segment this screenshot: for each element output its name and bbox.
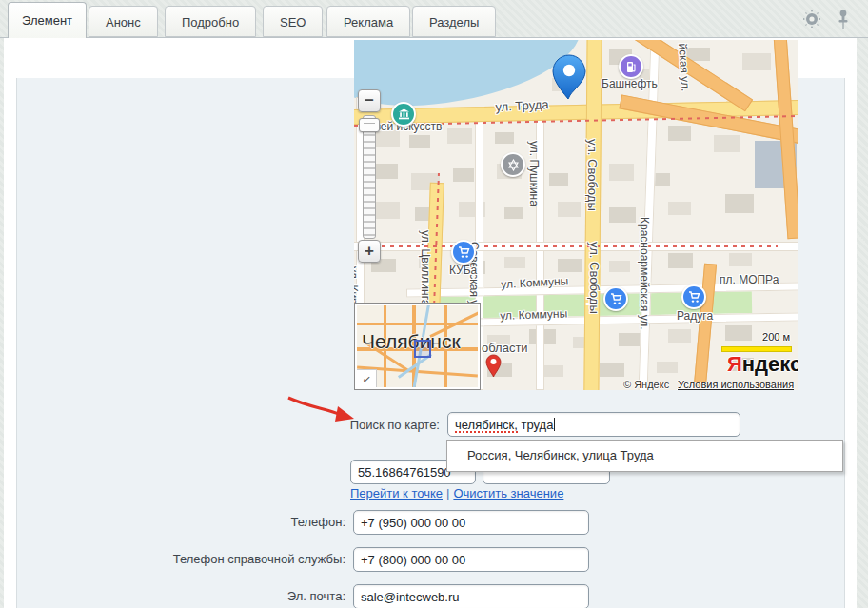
- map-text-label: Радуга: [677, 309, 713, 323]
- search-value-rest: труда: [518, 418, 554, 432]
- email-label: Эл. почта:: [155, 589, 345, 603]
- map-text-label: Башнефть: [602, 77, 658, 90]
- cart-poi-icon[interactable]: [603, 286, 628, 311]
- map-text-label: Красноармейская ул.: [638, 217, 651, 330]
- road-lower-right: [693, 264, 717, 390]
- tab-reklama[interactable]: Реклама: [326, 6, 410, 37]
- minimap[interactable]: Челябинск ↙: [354, 303, 481, 390]
- email-input[interactable]: [353, 584, 589, 608]
- clear-value-link[interactable]: Очистить значение: [453, 486, 563, 500]
- zoom-slider-track[interactable]: [363, 115, 376, 239]
- map-text-label: ул. Свободы: [587, 242, 602, 314]
- map-links: Перейти к точке|Очистить значение: [350, 486, 563, 500]
- blue-placemark-icon[interactable]: [549, 53, 589, 105]
- map-text-label: ул. Цвиллинга: [419, 230, 432, 305]
- phone-label: Телефон:: [155, 515, 345, 529]
- search-value-misspelled: челябинск,: [455, 418, 518, 433]
- search-suggest-item[interactable]: Россия, Челябинск, улица Труда: [447, 441, 842, 471]
- text-caret: [554, 418, 555, 431]
- annotation-arrow-icon: [286, 395, 358, 431]
- cart-poi-icon[interactable]: [451, 240, 476, 265]
- map-search-input[interactable]: челябинск, труда: [447, 412, 740, 437]
- red-placemark-icon: [485, 354, 502, 382]
- map-text-label: ул. Труда: [495, 97, 549, 114]
- support-phone-input[interactable]: [353, 547, 589, 572]
- map-text-label: пл. МОПРа: [720, 273, 779, 286]
- tram-line-mid: [373, 245, 778, 247]
- scale-label: 200 м: [721, 331, 790, 343]
- terms-link[interactable]: Условия использования: [678, 379, 794, 390]
- zoom-in-button[interactable]: +: [358, 240, 381, 263]
- tab-podrobno[interactable]: Подробно: [165, 6, 256, 37]
- yandex-map[interactable]: ул. ТрудаБашнефтьмузей искусствул. Пушки…: [354, 40, 798, 390]
- road-krasnoarmeyskaya: [638, 40, 660, 390]
- tab-anons[interactable]: Анонс: [89, 6, 158, 37]
- gear-icon[interactable]: [802, 10, 821, 29]
- tab-bar: Элемент Анонс Подробно SEO Реклама Разде…: [0, 0, 868, 38]
- minimap-city-label: Челябинск: [362, 330, 461, 353]
- minimap-viewport-rect[interactable]: [414, 340, 431, 358]
- links-separator: |: [446, 486, 449, 500]
- goto-point-link[interactable]: Перейти к точке: [350, 486, 443, 500]
- tab-element[interactable]: Элемент: [8, 2, 87, 38]
- tab-seo[interactable]: SEO: [263, 6, 323, 37]
- search-suggest-dropdown: Россия, Челябинск, улица Труда: [446, 440, 843, 472]
- cart-poi-icon[interactable]: [681, 284, 706, 309]
- tab-razdely[interactable]: Разделы: [412, 6, 496, 37]
- fuel-poi-icon[interactable]: [619, 54, 643, 79]
- support-phone-label: Телефон справочной службы:: [155, 552, 345, 566]
- minimap-collapse-button[interactable]: ↙: [357, 369, 377, 387]
- synagogue-poi-icon[interactable]: [501, 152, 525, 177]
- museum-poi-icon[interactable]: [391, 102, 416, 127]
- map-copyright: © Яндекс: [623, 379, 669, 390]
- zoom-out-button[interactable]: −: [358, 89, 381, 112]
- map-text-label: области: [482, 341, 528, 355]
- zoom-slider-handle[interactable]: [359, 118, 380, 132]
- yandex-logo[interactable]: Яндекс: [727, 352, 798, 377]
- pushpin-icon[interactable]: [834, 10, 853, 29]
- phone-input[interactable]: [353, 510, 589, 535]
- map-text-label: ул. Коммуны: [500, 307, 567, 323]
- map-text-label: КУБа: [449, 264, 477, 277]
- map-text-label: ул. Пушкина: [527, 141, 541, 206]
- page: Элемент Анонс Подробно SEO Реклама Разде…: [0, 0, 868, 608]
- map-text-label: ул. Свободы: [585, 139, 600, 211]
